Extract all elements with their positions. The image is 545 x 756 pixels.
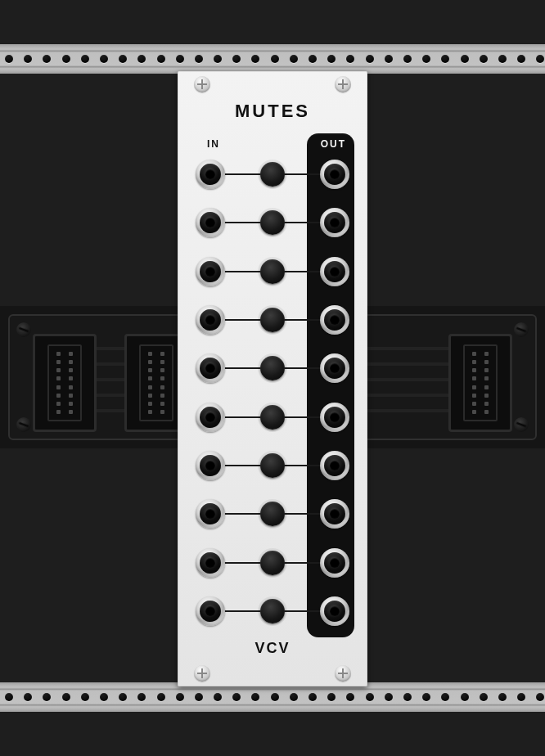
rail-hole (62, 55, 70, 63)
rail-hole (346, 55, 354, 63)
rail-hole (119, 55, 127, 63)
rail-hole (403, 55, 412, 63)
rail-hole (81, 693, 89, 701)
rack-rail-bottom (0, 682, 545, 712)
input-jack[interactable] (196, 257, 225, 286)
panel-screw-icon (335, 76, 351, 92)
input-jack[interactable] (196, 596, 225, 626)
module-mutes[interactable]: MUTES VCV IN OUT (178, 71, 367, 686)
rail-hole (251, 693, 259, 701)
output-jack[interactable] (320, 257, 349, 286)
rail-hole (43, 693, 51, 701)
output-jack[interactable] (320, 208, 349, 237)
rail-hole (176, 55, 184, 63)
output-jack[interactable] (320, 548, 349, 578)
mute-button[interactable] (260, 308, 285, 332)
rail-hole (309, 693, 317, 701)
rail-hole (24, 693, 32, 701)
rail-hole (5, 55, 13, 63)
rail-hole (137, 693, 146, 701)
connector-pins (463, 344, 498, 421)
input-jack[interactable] (196, 403, 225, 432)
panel-screw-icon (194, 665, 210, 682)
rail-hole (214, 693, 222, 701)
output-jack[interactable] (320, 403, 349, 432)
input-jack[interactable] (196, 451, 225, 480)
connector-pins (139, 344, 173, 421)
rail-hole (271, 55, 279, 63)
rail-hole (441, 693, 449, 701)
module-title: MUTES (178, 101, 367, 122)
mute-button[interactable] (260, 210, 285, 235)
mute-button[interactable] (260, 259, 285, 284)
rail-hole (157, 55, 165, 63)
mute-button[interactable] (260, 551, 285, 575)
module-brand: VCV (178, 640, 367, 657)
rail-hole (5, 693, 13, 701)
busboard-screw-icon (514, 322, 529, 337)
rail-hole (517, 693, 525, 701)
mute-button[interactable] (260, 453, 285, 478)
channel-row (196, 399, 349, 435)
bus-connector-right-1 (448, 334, 512, 432)
mute-button[interactable] (260, 356, 285, 380)
mute-button[interactable] (260, 502, 285, 526)
input-jack[interactable] (196, 499, 225, 529)
rack-rail-top (0, 44, 545, 74)
rail-hole (422, 693, 430, 701)
output-jack[interactable] (320, 305, 349, 335)
rail-hole (195, 55, 203, 63)
rail-hole (214, 55, 222, 63)
rail-hole (536, 55, 544, 63)
rail-hole (119, 693, 127, 701)
rail-hole (62, 693, 70, 701)
output-jack[interactable] (320, 451, 349, 480)
connector-pins (47, 344, 82, 421)
input-jack[interactable] (196, 160, 225, 189)
output-jack[interactable] (320, 499, 349, 529)
output-jack[interactable] (320, 160, 349, 189)
rail-hole (271, 693, 279, 701)
rail-hole (157, 693, 165, 701)
channel-row (196, 545, 349, 581)
channel-row (196, 496, 349, 532)
panel-screw-icon (335, 665, 351, 682)
rail-hole (290, 55, 298, 63)
rail-hole (461, 693, 469, 701)
input-jack[interactable] (196, 353, 225, 383)
rail-hole (195, 693, 203, 701)
rail-hole (251, 55, 259, 63)
channel-rows (196, 156, 349, 629)
rail-hole (327, 693, 336, 701)
rail-hole (366, 55, 374, 63)
rail-hole (385, 693, 393, 701)
input-jack[interactable] (196, 208, 225, 237)
rail-hole (422, 55, 430, 63)
mute-button[interactable] (260, 599, 285, 623)
output-jack[interactable] (320, 353, 349, 383)
mute-button[interactable] (260, 405, 285, 430)
rail-hole (327, 55, 336, 63)
channel-row (196, 350, 349, 386)
panel-screw-icon (194, 76, 210, 92)
mute-button[interactable] (260, 162, 285, 187)
label-in: IN (207, 138, 220, 150)
channel-row (196, 593, 349, 629)
rail-hole (366, 693, 374, 701)
label-out: OUT (321, 138, 346, 150)
output-jack[interactable] (320, 596, 349, 626)
input-jack[interactable] (196, 548, 225, 578)
channel-row (196, 302, 349, 338)
channel-row (196, 254, 349, 290)
bus-connector-left-1 (33, 334, 97, 432)
rail-hole (100, 55, 108, 63)
busboard-screw-icon (16, 417, 31, 432)
rail-hole (232, 55, 241, 63)
rail-hole (43, 55, 51, 63)
rail-hole (480, 55, 488, 63)
busboard-screw-icon (514, 417, 529, 432)
rail-hole (81, 55, 89, 63)
input-jack[interactable] (196, 305, 225, 335)
rail-hole (441, 55, 449, 63)
rail-hole (346, 693, 354, 701)
